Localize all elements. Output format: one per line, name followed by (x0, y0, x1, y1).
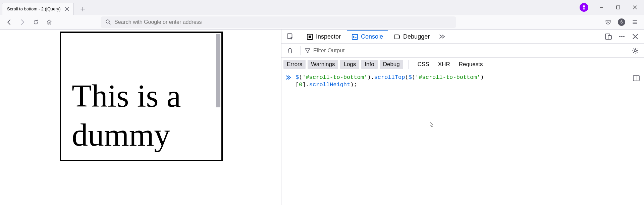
url-input[interactable] (114, 19, 451, 25)
navigation-bar: 6 (0, 15, 644, 30)
window-controls (580, 0, 644, 15)
tab-title: Scroll to bottom - 2 (jQuery) (7, 6, 61, 11)
account-badge-icon[interactable] (580, 3, 588, 12)
devtools-tab-debugger[interactable]: Debugger (389, 30, 434, 43)
category-xhr[interactable]: XHR (435, 60, 453, 69)
devtools-tab-inspector[interactable]: Inspector (302, 30, 345, 43)
forward-button[interactable] (17, 16, 28, 28)
console-input-code[interactable]: $('#scroll-to-bottom').scrollTop($('#scr… (295, 74, 484, 89)
svg-point-8 (619, 36, 621, 37)
svg-rect-12 (633, 75, 639, 81)
scroll-box[interactable]: This is a dummy (60, 32, 223, 161)
category-css[interactable]: CSS (414, 60, 433, 69)
scrollbar-thumb[interactable] (216, 34, 220, 107)
console-input-row[interactable]: $('#scroll-to-bottom').scrollTop($('#scr… (285, 74, 640, 89)
category-debug[interactable]: Debug (380, 60, 403, 69)
back-button[interactable] (3, 16, 15, 28)
tab-close-icon[interactable] (64, 6, 70, 12)
console-output[interactable]: $('#scroll-to-bottom').scrollTop($('#scr… (281, 71, 644, 205)
scrollbar-track[interactable] (215, 34, 221, 159)
svg-point-11 (634, 49, 636, 51)
app-menu-button[interactable] (629, 16, 641, 28)
toggle-editor-button[interactable] (633, 74, 641, 83)
category-warnings[interactable]: Warnings (308, 60, 338, 69)
devtools-panel: Inspector Console Debugger (281, 30, 644, 205)
category-requests[interactable]: Requests (455, 60, 486, 69)
category-errors[interactable]: Errors (283, 60, 306, 69)
category-logs[interactable]: Logs (340, 60, 359, 69)
save-to-pocket-button[interactable] (602, 16, 614, 28)
devtools-toolbar: Inspector Console Debugger (281, 30, 644, 44)
home-button[interactable] (44, 16, 55, 28)
console-settings-button[interactable] (629, 45, 641, 57)
window-maximize-button[interactable] (610, 1, 626, 14)
svg-rect-4 (309, 36, 311, 38)
console-prompt-icon (285, 74, 291, 81)
svg-rect-7 (608, 36, 611, 39)
responsive-design-mode-button[interactable] (602, 31, 614, 43)
filter-output-input[interactable] (313, 47, 627, 54)
url-bar[interactable] (101, 16, 456, 28)
pick-element-button[interactable] (284, 31, 296, 43)
search-icon (105, 19, 111, 25)
reload-button[interactable] (30, 16, 42, 28)
devtools-tab-label: Inspector (316, 33, 341, 40)
devtools-more-tabs-button[interactable] (436, 31, 448, 43)
svg-rect-5 (352, 34, 358, 39)
window-close-button[interactable] (627, 1, 643, 14)
window-minimize-button[interactable] (594, 1, 609, 14)
tab-strip: Scroll to bottom - 2 (jQuery) (0, 0, 644, 15)
devtools-category-bar: Errors Warnings Logs Info Debug CSS XHR … (281, 58, 644, 71)
clear-console-button[interactable] (284, 45, 296, 57)
scroll-box-text: This is a dummy (72, 76, 206, 154)
extensions-count-badge: 6 (618, 18, 625, 26)
browser-tab[interactable]: Scroll to bottom - 2 (jQuery) (2, 3, 74, 15)
devtools-tab-label: Console (361, 33, 383, 40)
devtools-close-button[interactable] (629, 31, 641, 43)
category-info[interactable]: Info (361, 60, 377, 69)
page-content: This is a dummy (0, 30, 281, 205)
new-tab-button[interactable] (77, 3, 89, 15)
svg-point-10 (623, 36, 625, 37)
devtools-menu-button[interactable] (616, 31, 628, 43)
extensions-button[interactable]: 6 (616, 16, 627, 28)
svg-point-9 (621, 36, 623, 37)
svg-rect-0 (616, 6, 620, 9)
devtools-tab-label: Debugger (403, 33, 430, 40)
devtools-tab-console[interactable]: Console (347, 30, 388, 43)
filter-icon (305, 48, 311, 54)
devtools-filter-bar (281, 44, 644, 58)
